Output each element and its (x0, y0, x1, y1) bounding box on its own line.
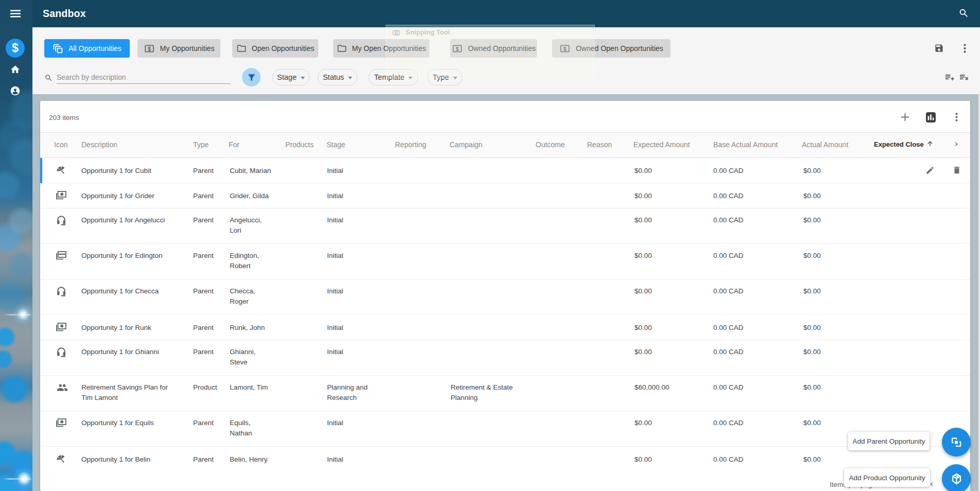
svg-text:$: $ (147, 45, 151, 51)
